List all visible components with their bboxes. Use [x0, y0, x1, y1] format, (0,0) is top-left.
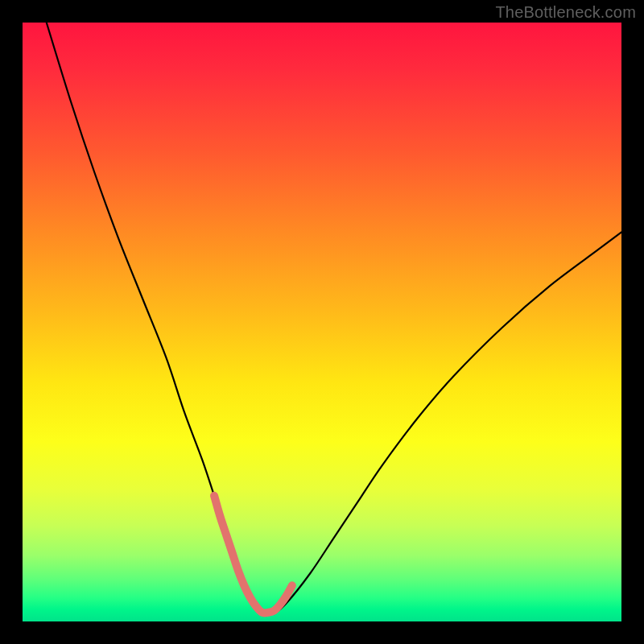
series-bottleneck-curve [47, 23, 621, 613]
highlight-valley-path [214, 496, 292, 613]
watermark-text: TheBottleneck.com [495, 3, 636, 22]
chart-svg [23, 23, 621, 621]
plot-area [23, 23, 621, 621]
chart-frame: TheBottleneck.com [0, 0, 644, 644]
bottleneck-curve-path [47, 23, 621, 613]
series-highlight-valley [214, 496, 292, 613]
